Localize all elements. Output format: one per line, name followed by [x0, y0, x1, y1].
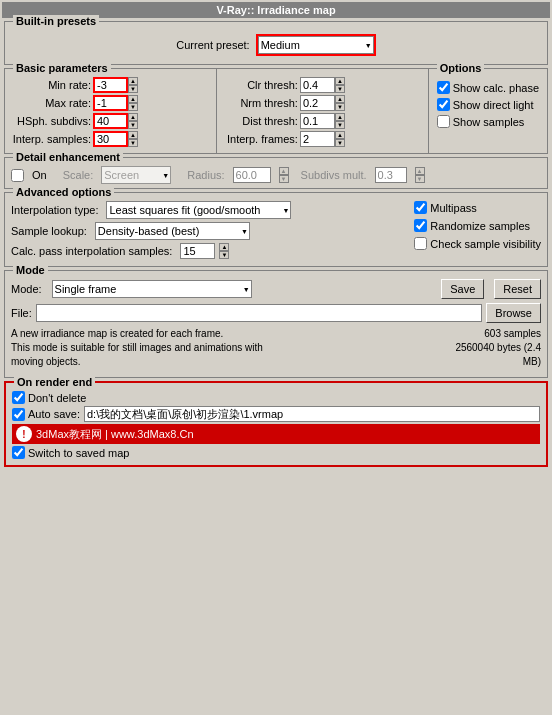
interp-frames-spin[interactable]: ▲ ▼ [335, 131, 345, 147]
nrm-thresh-input[interactable] [300, 95, 335, 111]
min-rate-spin[interactable]: ▲ ▼ [128, 77, 138, 93]
clr-thresh-wrapper: ▲ ▼ [300, 77, 345, 93]
min-rate-spin-up[interactable]: ▲ [128, 77, 138, 85]
switch-checkbox[interactable] [12, 446, 25, 459]
hsph-spin[interactable]: ▲ ▼ [128, 113, 138, 129]
interp-frames-spin-up[interactable]: ▲ [335, 131, 345, 139]
interp-frames-input[interactable] [300, 131, 335, 147]
min-rate-input[interactable] [93, 77, 128, 93]
clr-thresh-input[interactable] [300, 77, 335, 93]
max-rate-spin-up[interactable]: ▲ [128, 95, 138, 103]
clr-thresh-spin-down[interactable]: ▼ [335, 85, 345, 93]
show-direct-light-checkbox[interactable] [437, 98, 450, 111]
dist-thresh-input[interactable] [300, 113, 335, 129]
bytes-text: 2560040 bytes (2.4 [455, 341, 541, 355]
nrm-thresh-spin-up[interactable]: ▲ [335, 95, 345, 103]
detail-scale-select-wrapper[interactable]: Screen [101, 166, 171, 184]
basic-parameters-group: Basic parameters Min rate: ▲ ▼ Max rate [4, 68, 217, 154]
save-button[interactable]: Save [441, 279, 484, 299]
min-rate-label: Min rate: [11, 79, 91, 91]
browse-button[interactable]: Browse [486, 303, 541, 323]
randomize-samples-checkbox[interactable] [414, 219, 427, 232]
randomize-samples-row: Randomize samples [414, 219, 541, 232]
interp-frames-spin-down[interactable]: ▼ [335, 139, 345, 147]
mode-select-wrapper[interactable]: Single frame [52, 280, 252, 298]
interp-type-select-wrapper[interactable]: Least squares fit (good/smooth [106, 201, 291, 219]
nrm-thresh-wrapper: ▲ ▼ [300, 95, 345, 111]
clr-thresh-label: Clr thresh: [223, 79, 298, 91]
clr-thresh-spin[interactable]: ▲ ▼ [335, 77, 345, 93]
auto-save-path-input[interactable] [84, 406, 540, 422]
show-samples-checkbox[interactable] [437, 115, 450, 128]
hsph-spin-up[interactable]: ▲ [128, 113, 138, 121]
detail-subdivs-label: Subdivs mult. [301, 169, 367, 181]
show-calc-phase-checkbox[interactable] [437, 81, 450, 94]
preset-select-wrapper[interactable]: Medium [256, 34, 376, 56]
middle-params-group: Clr thresh: ▲ ▼ Nrm thresh: [217, 68, 429, 154]
dont-delete-checkbox[interactable] [12, 391, 25, 404]
file-input[interactable] [36, 304, 483, 322]
on-render-end-group: On render end Don't delete Auto save: ! [4, 381, 548, 467]
hsph-input-wrapper: ▲ ▼ [93, 113, 138, 129]
info-text: A new irradiance map is created for each… [11, 327, 263, 369]
show-direct-light-row: Show direct light [437, 98, 539, 111]
dont-delete-row: Don't delete [12, 391, 540, 404]
preset-select[interactable]: Medium [258, 36, 374, 54]
dist-thresh-label: Dist thresh: [223, 115, 298, 127]
hsph-row: HSph. subdivs: ▲ ▼ [11, 113, 210, 129]
hsph-spin-down[interactable]: ▼ [128, 121, 138, 129]
switch-row: Switch to saved map [12, 446, 540, 459]
info-line1: A new irradiance map is created for each… [11, 327, 263, 341]
detail-subdivs-spin: ▲ ▼ [415, 167, 425, 183]
auto-save-label: Auto save: [28, 408, 80, 420]
interp-samples-spin-down[interactable]: ▼ [128, 139, 138, 147]
calc-pass-spin-down[interactable]: ▼ [219, 251, 229, 259]
render-end-content: Don't delete Auto save: ! 3dMax教程网 | www… [12, 387, 540, 459]
nrm-thresh-spin-down[interactable]: ▼ [335, 103, 345, 111]
options-group: Options Show calc. phase Show direct lig… [429, 68, 548, 154]
detail-scale-select[interactable]: Screen [101, 166, 171, 184]
interp-samples-spin-up[interactable]: ▲ [128, 131, 138, 139]
calc-pass-spin[interactable]: ▲ ▼ [219, 243, 229, 259]
dist-thresh-spin[interactable]: ▲ ▼ [335, 113, 345, 129]
detail-on-checkbox[interactable] [11, 169, 24, 182]
sample-lookup-select-wrapper[interactable]: Density-based (best) [95, 222, 250, 240]
sample-lookup-select[interactable]: Density-based (best) [95, 222, 250, 240]
watermark-bar: ! 3dMax教程网 | www.3dMax8.Cn [12, 424, 540, 444]
interp-type-row: Interpolation type: Least squares fit (g… [11, 201, 400, 219]
max-rate-spin-down[interactable]: ▼ [128, 103, 138, 111]
dist-thresh-spin-down[interactable]: ▼ [335, 121, 345, 129]
main-container: V-Ray:: Irradiance map Built-in presets … [0, 0, 552, 472]
calc-pass-label: Calc. pass interpolation samples: [11, 245, 172, 257]
sample-lookup-row: Sample lookup: Density-based (best) [11, 222, 400, 240]
min-rate-spin-down[interactable]: ▼ [128, 85, 138, 93]
hsph-input[interactable] [93, 113, 128, 129]
interp-samples-spin[interactable]: ▲ ▼ [128, 131, 138, 147]
nrm-thresh-spin[interactable]: ▲ ▼ [335, 95, 345, 111]
max-rate-spin[interactable]: ▲ ▼ [128, 95, 138, 111]
mode-select[interactable]: Single frame [52, 280, 252, 298]
interp-samples-input[interactable] [93, 131, 128, 147]
show-samples-row: Show samples [437, 115, 539, 128]
clr-thresh-spin-up[interactable]: ▲ [335, 77, 345, 85]
sample-lookup-label: Sample lookup: [11, 225, 87, 237]
interp-samples-row: Interp. samples: ▲ ▼ [11, 131, 210, 147]
warning-icon: ! [17, 427, 31, 441]
calc-pass-input[interactable] [180, 243, 215, 259]
calc-pass-spin-up[interactable]: ▲ [219, 243, 229, 251]
check-sample-visibility-checkbox[interactable] [414, 237, 427, 250]
mode-row: Mode: Single frame Save Reset [11, 279, 541, 299]
dist-thresh-spin-up[interactable]: ▲ [335, 113, 345, 121]
multipass-label: Multipass [430, 202, 476, 214]
detail-radius-input[interactable] [233, 167, 271, 183]
reset-button[interactable]: Reset [494, 279, 541, 299]
interp-type-select[interactable]: Least squares fit (good/smooth [106, 201, 291, 219]
basic-params-label: Basic parameters [13, 62, 111, 74]
max-rate-input[interactable] [93, 95, 128, 111]
detail-radius-spin: ▲ ▼ [279, 167, 289, 183]
nrm-thresh-row: Nrm thresh: ▲ ▼ [223, 95, 422, 111]
auto-save-checkbox[interactable] [12, 408, 25, 421]
advanced-right: Multipass Randomize samples Check sample… [414, 201, 541, 262]
detail-subdivs-input[interactable] [375, 167, 407, 183]
multipass-checkbox[interactable] [414, 201, 427, 214]
